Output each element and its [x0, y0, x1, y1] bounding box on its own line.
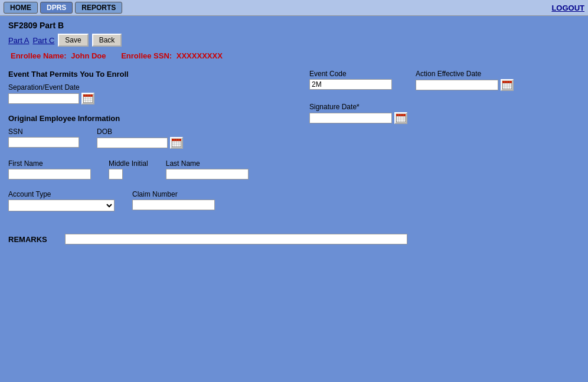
remarks-label: REMARKS — [8, 235, 55, 244]
action-effective-date-calendar-icon — [502, 81, 512, 89]
dob-calendar-button[interactable] — [170, 137, 183, 149]
claim-number-group: Claim Number — [132, 190, 215, 211]
signature-date-calendar-button[interactable] — [394, 112, 407, 124]
logout-button[interactable]: LOGOUT — [551, 4, 584, 12]
dob-calendar-icon — [172, 139, 181, 147]
enrollee-name-label: Enrollee Name: — [11, 51, 67, 60]
page-title: SF2809 Part B — [8, 21, 580, 30]
remarks-section: REMARKS — [8, 234, 580, 244]
event-code-label: Event Code — [309, 70, 392, 78]
signature-date-label: Signature Date* — [309, 103, 580, 111]
event-section-heading: Event That Permits You To Enroll — [8, 70, 292, 79]
enrollee-info: Enrollee Name: John Doe Enrollee SSN: XX… — [8, 51, 580, 60]
event-code-group: Event Code — [309, 70, 392, 91]
middle-initial-group: Middle Initial — [109, 159, 148, 179]
ssn-group: SSN — [8, 128, 79, 149]
last-name-group: Last Name — [166, 159, 249, 179]
part-c-link[interactable]: Part C — [32, 36, 54, 45]
action-effective-date-calendar-button[interactable] — [501, 79, 514, 91]
nav-bar: HOME DPRS REPORTS LOGOUT — [0, 0, 588, 16]
claim-number-label: Claim Number — [132, 190, 215, 198]
enrollee-ssn-label: Enrollee SSN: — [121, 51, 172, 60]
ssn-label: SSN — [8, 128, 79, 136]
action-effective-date-label: Action Effective Date — [416, 70, 514, 78]
tab-reports[interactable]: REPORTS — [75, 2, 122, 14]
account-type-select[interactable] — [8, 200, 115, 211]
back-button[interactable]: Back — [92, 34, 122, 47]
enrollee-ssn-value: XXXXXXXXX — [177, 51, 223, 60]
calendar-icon — [83, 94, 93, 103]
middle-initial-label: Middle Initial — [109, 159, 148, 168]
separation-event-date-calendar-button[interactable] — [81, 93, 94, 105]
action-effective-date-group: Action Effective Date — [416, 70, 514, 91]
middle-initial-input[interactable] — [109, 169, 123, 179]
separation-event-date-input[interactable] — [8, 93, 79, 104]
ssn-input[interactable] — [8, 137, 79, 148]
main-content: SF2809 Part B Part A Part C Save Back En… — [0, 16, 588, 249]
dob-label: DOB — [97, 128, 183, 136]
signature-date-calendar-icon — [396, 114, 406, 122]
claim-number-input[interactable] — [132, 200, 215, 210]
tab-home[interactable]: HOME — [4, 2, 38, 14]
nav-tabs: HOME DPRS REPORTS — [4, 2, 122, 14]
account-type-label: Account Type — [8, 190, 115, 198]
dob-group: DOB — [97, 128, 183, 149]
remarks-input[interactable] — [65, 234, 407, 244]
signature-date-input[interactable] — [309, 113, 392, 123]
dob-input[interactable] — [97, 138, 168, 148]
separation-event-date-label: Separation/Event Date — [8, 83, 292, 92]
account-type-group: Account Type — [8, 190, 115, 211]
toolbar: Part A Part C Save Back — [8, 34, 580, 47]
signature-date-group: Signature Date* — [309, 103, 580, 124]
last-name-input[interactable] — [166, 169, 249, 179]
part-a-link[interactable]: Part A — [8, 36, 29, 45]
tab-dprs[interactable]: DPRS — [40, 2, 73, 14]
enrollee-name-value: John Doe — [71, 51, 106, 60]
first-name-label: First Name — [8, 159, 91, 168]
first-name-input[interactable] — [8, 169, 91, 179]
event-code-input[interactable] — [309, 79, 392, 90]
action-effective-date-input[interactable] — [416, 80, 498, 90]
orig-section-heading: Original Employee Information — [8, 114, 292, 123]
last-name-label: Last Name — [166, 159, 249, 168]
first-name-group: First Name — [8, 159, 91, 179]
separation-event-date-group: Separation/Event Date — [8, 83, 292, 105]
save-button[interactable]: Save — [58, 34, 88, 47]
